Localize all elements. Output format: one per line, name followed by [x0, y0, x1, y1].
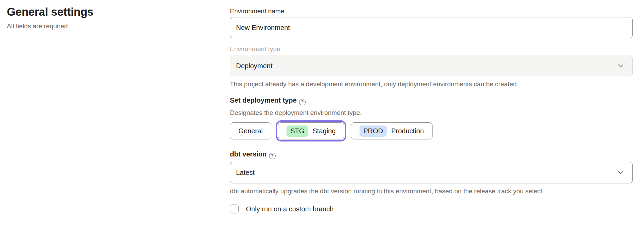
- environment-name-input[interactable]: [230, 17, 633, 38]
- deployment-type-options: General STG Staging PROD Production: [230, 122, 433, 139]
- help-icon[interactable]: ?: [269, 153, 276, 159]
- deployment-type-label: Set deployment type?: [230, 96, 306, 105]
- staging-badge: STG: [287, 125, 308, 137]
- staging-button-label: Staging: [312, 127, 336, 135]
- dbt-version-label: dbt version?: [230, 150, 276, 159]
- chevron-down-icon: [618, 64, 624, 68]
- deployment-type-general-button[interactable]: General: [230, 122, 271, 139]
- environment-type-select: Deployment: [230, 56, 633, 76]
- deployment-type-staging-button[interactable]: STG Staging: [278, 122, 344, 139]
- custom-branch-row: Only run on a custom branch: [230, 205, 334, 213]
- deployment-type-label-text: Set deployment type: [230, 96, 297, 104]
- page-subtitle: All fields are required: [7, 22, 68, 30]
- dbt-version-value: Latest: [236, 169, 254, 177]
- dbt-version-select[interactable]: Latest: [230, 162, 633, 183]
- production-button-label: Production: [391, 127, 424, 135]
- environment-type-value: Deployment: [236, 62, 273, 70]
- environment-type-label: Environment type: [230, 45, 280, 53]
- custom-branch-checkbox[interactable]: [230, 205, 239, 213]
- page-title: General settings: [7, 5, 93, 18]
- deployment-type-helper: Designates the deployment environment ty…: [230, 109, 362, 117]
- production-badge: PROD: [360, 125, 387, 137]
- general-settings-page: General settings All fields are required…: [0, 0, 644, 225]
- help-icon[interactable]: ?: [299, 99, 306, 105]
- general-button-label: General: [238, 127, 263, 135]
- dbt-version-helper: dbt automatically upgrades the dbt versi…: [230, 188, 544, 195]
- environment-name-label: Environment name: [230, 7, 284, 15]
- chevron-down-icon: [618, 171, 624, 175]
- deployment-type-production-button[interactable]: PROD Production: [351, 122, 432, 139]
- environment-type-helper: This project already has a development e…: [230, 80, 518, 88]
- dbt-version-label-text: dbt version: [230, 150, 267, 158]
- custom-branch-label[interactable]: Only run on a custom branch: [246, 205, 334, 213]
